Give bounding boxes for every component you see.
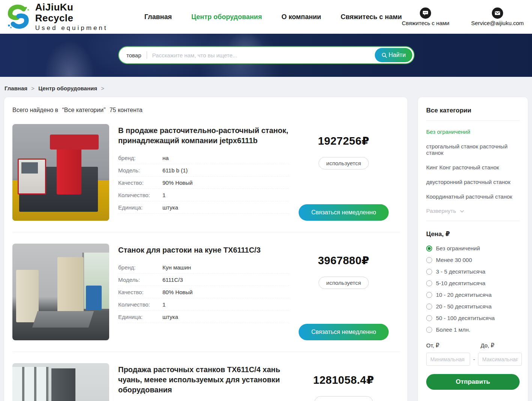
product-price: 1281058.4₽	[313, 374, 374, 386]
product-field-unit: Единица:штука	[118, 311, 289, 323]
contact-email-label: Service@aijiuku.com	[471, 20, 524, 26]
product-title[interactable]: В продаже расточительно-расточный станок…	[118, 126, 289, 146]
price-min-input[interactable]	[426, 353, 470, 366]
radio-selected	[426, 245, 432, 251]
price-option-10-20[interactable]: 10 - 20 десятитысяча	[426, 289, 520, 301]
price-option-20-50[interactable]: 20 - 50 десятитысяча	[426, 301, 520, 312]
product-title[interactable]: Станок для растоки на куне TX6111C/3	[118, 245, 289, 255]
radio	[426, 292, 432, 298]
breadcrumb-separator: >	[101, 85, 104, 91]
product-title[interactable]: Продажа расточных станков TX611C/4 хань …	[118, 365, 289, 395]
radio	[426, 280, 432, 286]
logo[interactable]: AiJiuKu Recycle Used equipment	[5, 2, 110, 31]
product-field-model: Модель:611b b (1)	[118, 164, 289, 177]
logo-icon	[5, 3, 32, 30]
header: AiJiuKu Recycle Used equipment Главная Ц…	[0, 0, 532, 34]
product-field-brand: бренд:Кун машин	[118, 261, 289, 274]
product-card-3: Продажа расточных станков TX611C/4 хань …	[12, 352, 400, 401]
filter-sidebar: Все категории Без ограничений строгальны…	[418, 97, 528, 401]
header-contacts: Свяжитесь с нами Service@aijiuku.com	[402, 7, 527, 26]
price-to-label: До, ₽	[481, 342, 494, 349]
contact-chat-label: Свяжитесь с нами	[402, 20, 449, 26]
categories-title: Все категории	[426, 107, 520, 121]
radio	[426, 327, 432, 333]
breadcrumb-separator: >	[31, 85, 35, 91]
product-field-quantity: Количество:1	[118, 298, 289, 311]
price-option-5-10[interactable]: 5-10 десятитысяча	[426, 277, 520, 289]
mail-icon	[492, 7, 503, 19]
product-field-brand: бренд:на	[118, 152, 289, 164]
product-field-quantity: Количество:1	[118, 189, 289, 201]
nav-contact[interactable]: Свяжитесь с нами	[341, 13, 402, 21]
price-filter-title: Цена, ₽	[426, 230, 520, 238]
nav-about[interactable]: О компании	[281, 13, 321, 21]
price-from-label: От, ₽	[426, 342, 481, 349]
radio	[426, 315, 432, 321]
product-price: 3967880₽	[318, 254, 369, 267]
breadcrumb-equipment-center[interactable]: Центр оборудования	[38, 85, 97, 91]
search-bar: товар Найти	[118, 46, 415, 64]
status-badge: не используется	[314, 396, 373, 401]
range-dash: -	[473, 356, 475, 363]
price-option-3-5[interactable]: 3 - 5 десятитысяча	[426, 266, 520, 277]
nav-equipment-center[interactable]: Центр оборудования	[191, 13, 262, 21]
category-planer-boring[interactable]: строгальный станок расточный станок	[426, 139, 520, 160]
summary-category: “Все категории”	[62, 107, 105, 113]
chat-icon	[420, 7, 431, 19]
summary-prefix: Всего найдено в	[12, 107, 58, 113]
category-kingkong-boring[interactable]: Кинг Конг расточный станок	[426, 160, 520, 175]
search-type-label: товар	[126, 52, 141, 58]
price-option-over-1m[interactable]: Более 1 млн.	[426, 324, 520, 335]
logo-title: AiJiuKu Recycle	[35, 2, 110, 23]
logo-subtitle: Used equipment	[35, 24, 110, 32]
search-button[interactable]: Найти	[375, 48, 412, 62]
category-double-boring[interactable]: двусторонний расточный станок	[426, 175, 520, 189]
search-icon	[382, 52, 387, 58]
hero-banner: товар Найти	[0, 34, 532, 77]
submit-filter-button[interactable]: Отправить	[426, 374, 520, 390]
status-badge: используется	[319, 277, 369, 289]
product-image[interactable]	[12, 124, 109, 221]
search-divider	[147, 51, 147, 59]
price-max-input[interactable]	[478, 353, 522, 366]
main-nav: Главная Центр оборудования О компании Св…	[144, 13, 402, 21]
results-panel: Всего найдено в “Все категории” 75 конте…	[4, 97, 408, 401]
status-badge: используется	[319, 157, 369, 169]
category-no-limit[interactable]: Без ограничений	[426, 124, 520, 139]
radio	[426, 269, 432, 275]
search-button-label: Найти	[389, 52, 406, 58]
product-field-quality: Качество:90% Новый	[118, 177, 289, 189]
nav-home[interactable]: Главная	[144, 13, 172, 21]
breadcrumb: Главная > Центр оборудования >	[0, 77, 532, 91]
product-price: 1927256₽	[318, 135, 369, 147]
price-option-50-100[interactable]: 50 - 100 десятитысяча	[426, 312, 520, 324]
contact-chat[interactable]: Свяжитесь с нами	[402, 7, 449, 26]
product-field-model: Модель:6111C/3	[118, 274, 289, 286]
breadcrumb-home[interactable]: Главная	[5, 85, 27, 91]
search-input[interactable]	[152, 52, 373, 58]
product-card-2: Станок для растоки на куне TX6111C/3 бре…	[12, 232, 400, 352]
summary-count: 75 контента	[110, 107, 143, 113]
chevron-down-icon	[460, 210, 464, 213]
radio	[426, 304, 432, 310]
results-summary: Всего найдено в “Все категории” 75 конте…	[12, 107, 400, 114]
product-image[interactable]	[12, 363, 109, 401]
contact-email[interactable]: Service@aijiuku.com	[471, 7, 524, 26]
product-field-unit: Единица:штука	[118, 201, 289, 214]
contact-now-button[interactable]: Связаться немедленно	[299, 324, 389, 340]
expand-categories[interactable]: Развернуть	[426, 204, 520, 221]
price-option-under-30000[interactable]: Менее 30 000	[426, 254, 520, 266]
contact-now-button[interactable]: Связаться немедленно	[299, 204, 389, 221]
product-image[interactable]	[12, 244, 109, 340]
radio	[426, 257, 432, 263]
price-option-no-limit[interactable]: Без ограничений	[426, 242, 520, 254]
product-card-1: В продаже расточительно-расточный станок…	[12, 124, 400, 232]
product-field-quality: Качество:80% Новый	[118, 286, 289, 298]
category-coordinate-boring[interactable]: Координатный расточный станок	[426, 189, 520, 204]
